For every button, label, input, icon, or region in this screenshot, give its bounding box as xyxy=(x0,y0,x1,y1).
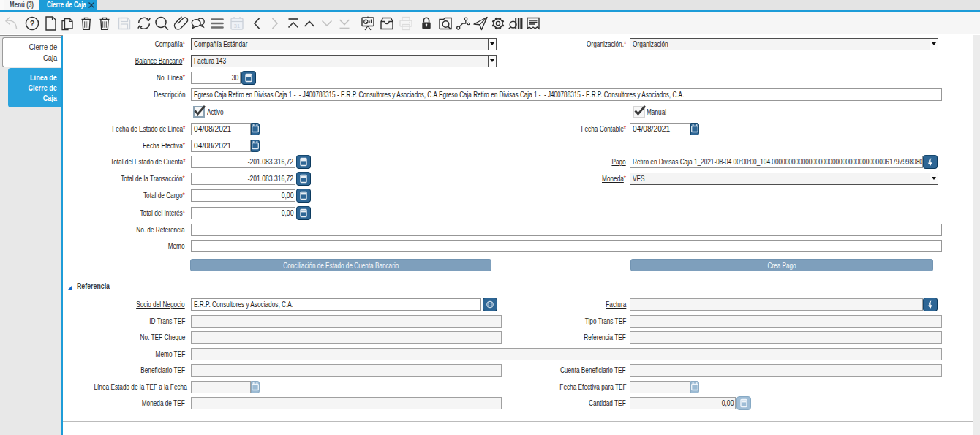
svg-text:?: ? xyxy=(30,19,35,28)
svg-text:31: 31 xyxy=(234,23,240,29)
